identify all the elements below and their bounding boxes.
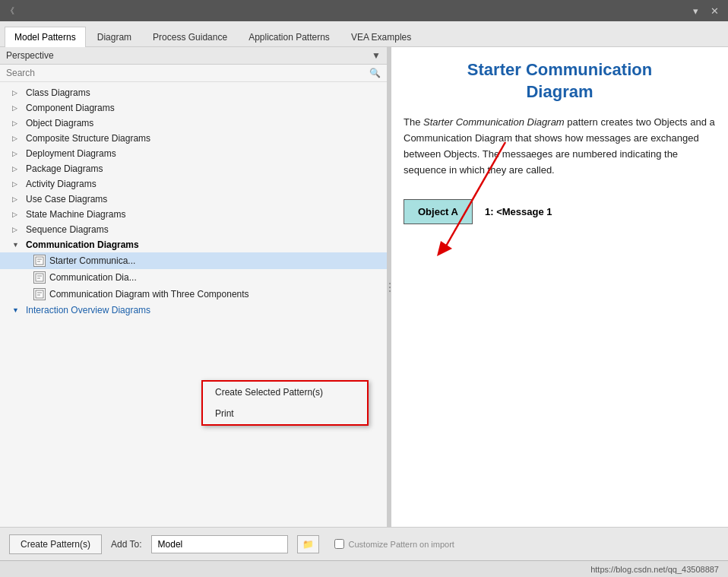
tree-toggle: ▼ xyxy=(12,306,23,314)
context-menu-print[interactable]: Print xyxy=(203,403,367,424)
tree-toggle: ▷ xyxy=(12,135,23,142)
search-icon: 🔍 xyxy=(369,68,381,78)
tree-item-component-diagrams[interactable]: ▷ Component Diagrams xyxy=(0,100,387,116)
bottom-bar: Create Pattern(s) Add To: 📁 Customize Pa… xyxy=(0,527,728,560)
status-bar: https://blog.csdn.net/qq_43508887 xyxy=(0,560,728,577)
title-bar: 《 ▾ ✕ xyxy=(0,0,728,21)
tree-toggle: ▷ xyxy=(12,226,23,233)
diagram-icon xyxy=(33,255,46,267)
tree-toggle-expanded: ▼ xyxy=(12,241,23,249)
tree-item-use-case-diagrams[interactable]: ▷ Use Case Diagrams xyxy=(0,192,387,207)
title-bar-right: ▾ ✕ xyxy=(690,4,722,18)
tree-area: ▷ Class Diagrams ▷ Component Diagrams ▷ … xyxy=(0,82,387,527)
tab-process-guidance[interactable]: Process Guidance xyxy=(143,27,237,47)
tree-item-interaction-overview[interactable]: ▼ Interaction Overview Diagrams xyxy=(0,303,387,318)
tab-application-patterns[interactable]: Application Patterns xyxy=(239,27,340,47)
tree-item-communication-3[interactable]: Communication Diagram with Three Compone… xyxy=(0,286,387,303)
title-bar-left: 《 xyxy=(6,5,14,17)
main-window: 《 ▾ ✕ Model Patterns Diagram Process Gui… xyxy=(0,0,728,577)
svg-rect-0 xyxy=(36,257,43,265)
preview-body: The Starter Communication Diagram patter… xyxy=(404,115,716,178)
tree-item-sequence-diagrams[interactable]: ▷ Sequence Diagrams xyxy=(0,222,387,237)
tree-item-activity-diagrams[interactable]: ▷ Activity Diagrams xyxy=(0,176,387,192)
add-to-input[interactable] xyxy=(151,535,288,553)
perspective-bar: Perspective ▼ xyxy=(0,47,387,65)
tree-toggle: ▷ xyxy=(12,165,23,173)
diagram-object-a: Object A xyxy=(404,199,473,224)
tree-toggle: ▷ xyxy=(12,104,23,112)
customize-label: Customize Pattern on import xyxy=(349,540,454,549)
pin-button[interactable]: ▾ xyxy=(690,4,701,18)
tree-item-object-diagrams[interactable]: ▷ Object Diagrams xyxy=(0,116,387,131)
tab-bar: Model Patterns Diagram Process Guidance … xyxy=(0,21,728,47)
tree-item-starter-communication[interactable]: Starter Communica... xyxy=(0,252,387,269)
tree-item-communication-2[interactable]: Communication Dia... xyxy=(0,269,387,286)
svg-rect-3 xyxy=(36,274,43,281)
search-bar: 🔍 xyxy=(0,65,387,82)
main-content: Perspective ▼ 🔍 ▷ Class Diagrams ▷ Compo… xyxy=(0,47,728,527)
status-url: https://blog.csdn.net/qq_43508887 xyxy=(590,565,719,574)
right-panel: Starter CommunicationDiagram The Starter… xyxy=(391,47,728,527)
tree-toggle: ▷ xyxy=(12,180,23,188)
tree-toggle: ▷ xyxy=(12,89,23,97)
svg-marker-10 xyxy=(437,241,452,256)
diagram-icon-2 xyxy=(33,271,46,284)
tree-toggle: ▷ xyxy=(12,150,23,157)
preview-diagram: Object A 1: <Message 1 xyxy=(404,199,716,224)
tab-diagram[interactable]: Diagram xyxy=(87,27,141,47)
tree-toggle: ▷ xyxy=(12,195,23,203)
preview-title: Starter CommunicationDiagram xyxy=(404,59,716,103)
context-menu-create[interactable]: Create Selected Pattern(s) xyxy=(203,382,367,403)
tab-model-patterns[interactable]: Model Patterns xyxy=(5,27,86,47)
tree-toggle: ▷ xyxy=(12,211,23,218)
create-pattern-button[interactable]: Create Pattern(s) xyxy=(9,534,102,554)
perspective-label: Perspective xyxy=(6,50,369,61)
tab-vea-examples[interactable]: VEA Examples xyxy=(341,27,421,47)
tree-item-communication-diagrams[interactable]: ▼ Communication Diagrams xyxy=(0,237,387,252)
customize-checkbox[interactable] xyxy=(334,539,344,549)
left-panel: Perspective ▼ 🔍 ▷ Class Diagrams ▷ Compo… xyxy=(0,47,388,527)
diagram-icon-3 xyxy=(33,288,46,300)
collapse-icon[interactable]: 《 xyxy=(6,5,14,17)
tree-item-class-diagrams[interactable]: ▷ Class Diagrams xyxy=(0,85,387,100)
tree-item-package-diagrams[interactable]: ▷ Package Diagrams xyxy=(0,161,387,176)
customize-checkbox-area: Customize Pattern on import xyxy=(334,539,454,549)
context-menu: Create Selected Pattern(s) Print xyxy=(201,380,369,426)
add-to-label: Add To: xyxy=(111,539,141,550)
search-input[interactable] xyxy=(6,68,369,78)
tree-item-deployment-diagrams[interactable]: ▷ Deployment Diagrams xyxy=(0,146,387,161)
tree-item-composite-structure[interactable]: ▷ Composite Structure Diagrams xyxy=(0,131,387,146)
perspective-dropdown-icon[interactable]: ▼ xyxy=(372,50,381,61)
close-button[interactable]: ✕ xyxy=(707,4,722,18)
svg-rect-6 xyxy=(36,290,43,298)
folder-button[interactable]: 📁 xyxy=(297,535,319,553)
tree-item-state-machine-diagrams[interactable]: ▷ State Machine Diagrams xyxy=(0,207,387,222)
tree-toggle: ▷ xyxy=(12,119,23,127)
diagram-message: 1: <Message 1 xyxy=(485,206,552,217)
